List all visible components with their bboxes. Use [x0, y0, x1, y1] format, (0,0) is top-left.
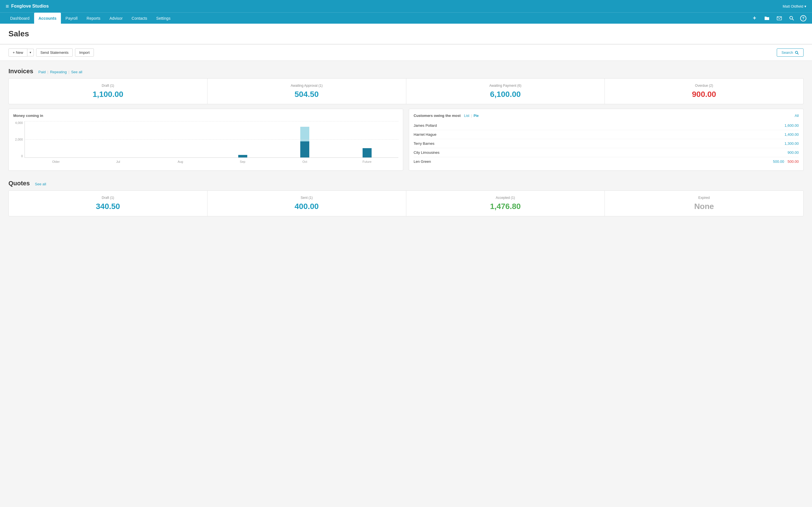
bar-oct[interactable]	[276, 127, 334, 158]
quote-stat-expired-label: Expired	[610, 196, 798, 200]
invoice-stat-awaiting-approval[interactable]: Awaiting Approval (1) 504.50	[207, 78, 406, 104]
x-label-oct: Oct	[276, 160, 334, 163]
nav-settings[interactable]: Settings	[152, 13, 175, 24]
customers-all-link[interactable]: All	[795, 114, 799, 118]
logo-text: Foxglove Studios	[11, 4, 49, 9]
customer-name: Terry Barnes	[414, 142, 435, 146]
send-statements-button[interactable]: Send Statements	[36, 48, 73, 57]
invoice-stat-overdue-value: 900.00	[610, 90, 798, 99]
customer-amount: 900.00	[788, 151, 799, 155]
search-button[interactable]: Search	[777, 48, 804, 57]
nav-icons: + ?	[751, 14, 806, 22]
nav-payroll[interactable]: Payroll	[61, 13, 82, 24]
nav-advisor[interactable]: Advisor	[105, 13, 127, 24]
customer-row-james[interactable]: James Pollard 1,600.00	[414, 121, 799, 130]
logo-icon: ≡	[6, 3, 9, 10]
invoice-stat-overdue[interactable]: Overdue (2) 900.00	[605, 78, 803, 104]
invoice-stat-awaiting-payment[interactable]: Awaiting Payment (6) 6,100.00	[406, 78, 605, 104]
x-label-older: Older	[27, 160, 85, 163]
nav-reports[interactable]: Reports	[82, 13, 105, 24]
invoices-section: Invoices Paid | Repeating | See all Draf…	[8, 68, 804, 171]
bar-sep[interactable]	[214, 155, 272, 158]
y-label-0: 0	[21, 154, 23, 158]
new-button[interactable]: + New	[8, 48, 28, 57]
customer-row-terry[interactable]: Terry Barnes 1,300.00	[414, 139, 799, 148]
customer-name: James Pollard	[414, 123, 437, 128]
invoices-see-all-link[interactable]: See all	[69, 70, 84, 74]
customers-header: Customers owing the most List | Pie All	[414, 114, 799, 118]
quotes-stats-row: Draft (1) 340.50 Sent (1) 400.00 Accepte…	[8, 190, 804, 216]
y-label-2000: 2,000	[15, 138, 23, 141]
folder-icon[interactable]	[763, 14, 771, 22]
customers-list: James Pollard 1,600.00 Harriet Hague 1,4…	[414, 121, 799, 166]
customer-row-len[interactable]: Len Green 500.00 500.00	[414, 157, 799, 166]
customer-amount: 1,600.00	[784, 123, 799, 128]
invoices-paid-link[interactable]: Paid	[37, 70, 47, 74]
quote-stat-expired-value: None	[610, 202, 798, 211]
customers-list-link[interactable]: List	[464, 114, 469, 118]
toolbar-right: Search	[777, 48, 804, 57]
customer-amount: 1,300.00	[784, 142, 799, 146]
nav-contacts[interactable]: Contacts	[127, 13, 152, 24]
customer-name: Len Green	[414, 159, 431, 164]
search-label: Search	[781, 50, 793, 55]
svg-line-4	[797, 53, 799, 54]
quotes-links: See all	[33, 182, 48, 186]
new-button-group: + New ▾	[8, 48, 34, 57]
invoice-stat-awaiting-approval-label: Awaiting Approval (1)	[213, 83, 400, 88]
quote-stat-accepted-label: Accepted (1)	[412, 196, 599, 200]
new-dropdown-button[interactable]: ▾	[28, 49, 34, 56]
help-icon[interactable]: ?	[800, 15, 806, 21]
customer-amounts: 500.00 500.00	[773, 159, 799, 164]
quotes-header: Quotes See all	[8, 180, 804, 187]
invoice-stat-draft-label: Draft (1)	[14, 83, 202, 88]
y-label-4000: 4,000	[15, 121, 23, 124]
invoices-header: Invoices Paid | Repeating | See all	[8, 68, 804, 75]
quote-stat-accepted[interactable]: Accepted (1) 1,476.80	[406, 191, 605, 216]
customer-row-harriet[interactable]: Harriet Hague 1,400.00	[414, 130, 799, 139]
quote-stat-sent-value: 400.00	[213, 202, 400, 211]
quote-stat-draft-label: Draft (1)	[14, 196, 202, 200]
quotes-title: Quotes	[8, 180, 30, 187]
customer-overdue: 500.00	[788, 159, 799, 164]
nav-accounts[interactable]: Accounts	[34, 13, 61, 24]
page-header: Sales	[0, 24, 812, 45]
chart-title: Money coming in	[13, 114, 398, 118]
nav-bar: Dashboard Accounts Payroll Reports Advis…	[0, 12, 812, 24]
customer-amounts: 1,300.00	[784, 142, 799, 146]
invoice-stat-awaiting-approval-value: 504.50	[213, 90, 400, 99]
quote-stat-sent-label: Sent (1)	[213, 196, 400, 200]
x-label-sep: Sep	[213, 160, 272, 163]
quote-stat-draft[interactable]: Draft (1) 340.50	[9, 191, 207, 216]
main-content: Invoices Paid | Repeating | See all Draf…	[0, 61, 812, 507]
import-button[interactable]: Import	[75, 48, 94, 57]
customers-pie-link[interactable]: Pie	[474, 114, 479, 118]
quote-stat-sent[interactable]: Sent (1) 400.00	[207, 191, 406, 216]
quote-stat-accepted-value: 1,476.80	[412, 202, 599, 211]
user-menu[interactable]: Matt Oldfield ▾	[783, 4, 806, 8]
customer-amounts: 1,600.00	[784, 123, 799, 128]
customers-title: Customers owing the most	[414, 114, 461, 118]
quote-stat-expired[interactable]: Expired None	[605, 191, 803, 216]
toolbar: + New ▾ Send Statements Import Search	[0, 45, 812, 61]
quotes-see-all-link[interactable]: See all	[33, 182, 48, 186]
app-logo[interactable]: ≡ Foxglove Studios	[6, 3, 49, 10]
customer-name: City Limousines	[414, 151, 440, 155]
invoice-stat-draft[interactable]: Draft (1) 1,100.00	[9, 78, 207, 104]
user-name-label: Matt Oldfield	[783, 4, 803, 8]
add-icon[interactable]: +	[751, 14, 758, 22]
invoices-repeating-link[interactable]: Repeating	[48, 70, 68, 74]
page-title: Sales	[8, 29, 804, 38]
bar-future[interactable]	[338, 148, 396, 158]
invoices-title: Invoices	[8, 68, 33, 75]
user-chevron-icon: ▾	[804, 4, 806, 8]
nav-dashboard[interactable]: Dashboard	[6, 13, 34, 24]
svg-line-2	[792, 19, 794, 20]
invoice-stat-awaiting-payment-label: Awaiting Payment (6)	[412, 83, 599, 88]
search-icon[interactable]	[788, 14, 796, 22]
customer-row-city[interactable]: City Limousines 900.00	[414, 148, 799, 157]
invoices-links: Paid | Repeating | See all	[37, 70, 84, 74]
customer-amount: 500.00	[773, 159, 784, 164]
mail-icon[interactable]	[775, 14, 783, 22]
charts-row: Money coming in 4,000 2,000 0	[8, 109, 804, 171]
